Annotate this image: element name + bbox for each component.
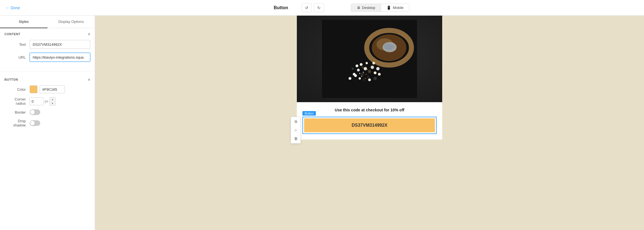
content-section-body: Text URL (0, 39, 95, 70)
color-swatch[interactable] (30, 85, 37, 93)
email-wrapper: Use this code at checkout for 10% off ⧉ … (297, 16, 442, 140)
button-wrapper: ⧉ ☆ 🗑 Button DS37VM314992X (302, 117, 437, 134)
corner-radius-input[interactable] (30, 97, 44, 105)
svg-point-16 (374, 71, 377, 74)
svg-point-17 (352, 68, 354, 70)
product-image-svg (322, 20, 417, 98)
svg-point-18 (353, 73, 356, 76)
corner-radius-controls: px ▲ ▼ (30, 97, 56, 106)
svg-point-26 (363, 72, 364, 73)
code-section: Use this code at checkout for 10% off ⧉ … (297, 102, 442, 140)
url-input[interactable] (30, 53, 90, 62)
color-field-row: Color (4, 85, 90, 93)
svg-point-6 (360, 63, 363, 66)
svg-point-13 (359, 77, 361, 80)
trash-icon: 🗑 (294, 136, 298, 141)
stepper-up-button[interactable]: ▲ (50, 97, 55, 101)
main-content: Styles Display Options CONTENT ∧ Text UR… (0, 16, 644, 230)
section-divider-1 (0, 71, 95, 71)
text-field-row: Text (4, 40, 90, 49)
drop-shadow-toggle-track[interactable] (30, 120, 40, 126)
corner-radius-stepper: ▲ ▼ (49, 97, 56, 106)
redo-icon: ↻ (317, 6, 321, 10)
drop-shadow-row: Drop shadow (4, 119, 90, 127)
button-section-label: BUTTON (4, 78, 18, 81)
border-row: Border (4, 109, 90, 115)
svg-point-31 (365, 78, 366, 79)
corner-radius-row: Corner radius px ▲ ▼ (4, 97, 90, 106)
top-bar-center: Button ↺ ↻ 🖥 Desktop 📱 Mobile (95, 3, 588, 12)
drop-shadow-toggle[interactable] (30, 120, 40, 126)
url-field-row: URL (4, 53, 90, 62)
content-section-label: CONTENT (4, 32, 20, 36)
svg-point-11 (368, 70, 371, 73)
mobile-label: Mobile (393, 6, 403, 10)
desktop-label: Desktop (362, 6, 375, 10)
svg-point-23 (372, 62, 375, 64)
svg-point-27 (366, 74, 367, 75)
border-toggle[interactable] (30, 109, 40, 115)
px-label: px (45, 99, 48, 103)
floating-toolbar: ⧉ ☆ 🗑 (291, 117, 301, 143)
svg-point-14 (367, 76, 370, 78)
product-image (297, 16, 442, 102)
copy-icon: ⧉ (295, 119, 297, 124)
svg-point-10 (361, 73, 364, 76)
done-label: Done (11, 6, 20, 10)
button-section: BUTTON ∧ Color Corner radius (0, 74, 95, 136)
svg-point-32 (349, 77, 351, 80)
text-input[interactable] (30, 40, 90, 49)
svg-point-15 (371, 66, 374, 69)
border-toggle-track[interactable] (30, 109, 40, 115)
panel-title: Button (274, 5, 288, 10)
tabs: Styles Display Options (0, 16, 95, 28)
svg-point-5 (383, 43, 394, 50)
svg-point-34 (378, 73, 381, 76)
border-label: Border (4, 110, 30, 114)
star-icon: ☆ (294, 128, 297, 132)
color-hex-input[interactable] (40, 85, 65, 93)
svg-point-25 (368, 78, 371, 81)
svg-point-33 (373, 77, 377, 80)
stepper-down-button[interactable]: ▼ (50, 101, 55, 105)
mobile-button[interactable]: 📱 Mobile (381, 4, 409, 11)
arrow-left-icon: ← (6, 6, 10, 10)
done-button[interactable]: ← Done (6, 6, 20, 10)
undo-icon: ↺ (305, 6, 308, 10)
delete-button[interactable]: 🗑 (292, 135, 300, 142)
button-badge: Button (302, 111, 316, 116)
top-bar-left: ← Done (0, 6, 95, 10)
svg-point-24 (361, 66, 364, 68)
top-bar: ← Done Button ↺ ↻ 🖥 Desktop 📱 Mobile (0, 0, 644, 16)
url-label: URL (4, 55, 30, 59)
content-section: CONTENT ∧ Text URL (0, 28, 95, 70)
button-section-body: Color Corner radius px ▲ ▼ (0, 84, 95, 136)
copy-button[interactable]: ⧉ (292, 118, 300, 126)
svg-point-7 (364, 67, 367, 70)
button-container: Button DS37VM314992X (302, 117, 437, 134)
svg-point-8 (357, 69, 360, 71)
button-chevron-icon[interactable]: ∧ (88, 78, 91, 82)
corner-radius-label: Corner radius (4, 97, 30, 106)
svg-point-30 (361, 76, 362, 77)
device-switcher: 🖥 Desktop 📱 Mobile (351, 4, 409, 12)
tab-display-options[interactable]: Display Options (48, 16, 95, 28)
product-image-container (297, 16, 442, 102)
left-panel: Styles Display Options CONTENT ∧ Text UR… (0, 16, 95, 230)
desktop-button[interactable]: 🖥 Desktop (351, 4, 381, 11)
content-chevron-icon[interactable]: ∧ (88, 32, 91, 36)
tab-styles[interactable]: Styles (0, 16, 48, 28)
svg-point-9 (366, 62, 368, 64)
svg-point-21 (356, 64, 358, 67)
favorite-button[interactable]: ☆ (292, 126, 300, 134)
undo-button[interactable]: ↺ (302, 3, 312, 12)
mobile-icon: 📱 (387, 6, 391, 10)
promo-button[interactable]: DS37VM314992X (304, 118, 435, 132)
svg-point-20 (370, 73, 372, 75)
redo-button[interactable]: ↻ (314, 3, 324, 12)
content-section-header: CONTENT ∧ (0, 28, 95, 39)
svg-point-29 (367, 69, 368, 70)
svg-point-28 (359, 73, 360, 74)
color-picker-row (30, 85, 65, 93)
svg-point-22 (376, 67, 380, 70)
